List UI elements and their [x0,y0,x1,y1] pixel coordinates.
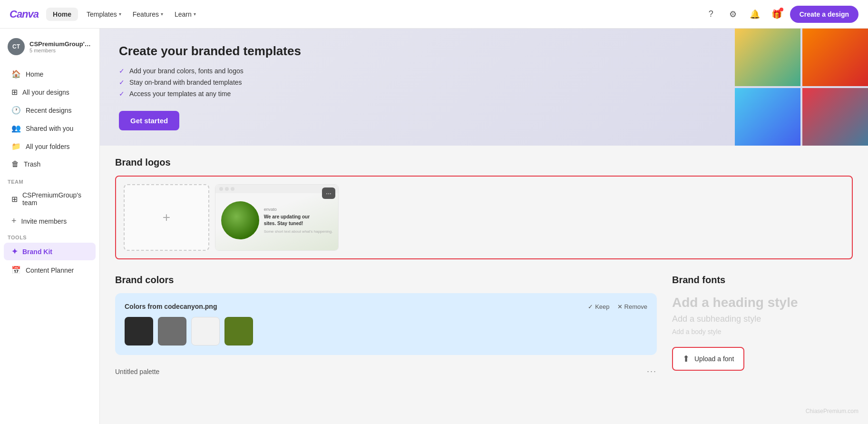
canva-logo[interactable]: Canva [10,8,39,20]
brand-logos-grid: + envato We are updating [115,176,853,259]
sidebar-item-team-group[interactable]: ⊞ CSPremiumGroup's team [4,187,96,211]
browser-topbar [215,185,338,193]
gear-icon: ⚙ [729,9,737,20]
sidebar-item-folders[interactable]: 📁 All your folders [4,138,96,155]
sidebar-item-home[interactable]: 🏠 Home [4,65,96,83]
checkmark-icon: ✓ [588,303,593,310]
hero-image-3 [735,88,800,146]
hero-image-1 [735,29,800,86]
sidebar: CT CSPremiumGroup's t... 5 members 🏠 Hom… [0,29,100,424]
add-logo-plus-icon: + [163,210,170,225]
brand-fonts-column: Brand fonts Add a heading style Add a su… [672,275,853,380]
color-swatch-3[interactable] [191,317,220,345]
notifications-button[interactable]: 🔔 [746,6,763,23]
colors-actions: ✓ Keep ✕ Remove [588,303,647,310]
heading-style-placeholder: Add a heading style [672,295,853,310]
brand-logos-title: Brand logos [115,157,853,168]
user-name: CSPremiumGroup's t... [29,40,92,48]
envato-circle [221,201,259,239]
brand-colors-column: Brand colors Colors from codecanyon.png … [115,275,657,380]
sidebar-nav-section: 🏠 Home ⊞ All your designs 🕐 Recent desig… [0,63,99,175]
user-members: 5 members [29,48,92,53]
user-profile: CT CSPremiumGroup's t... 5 members [0,34,99,63]
brand-kit-icon: ✦ [11,247,18,256]
color-swatches [125,317,647,345]
upload-font-button[interactable]: ⬆ Upload a font [672,347,744,371]
x-icon: ✕ [617,303,623,310]
avatar: CT [8,38,25,55]
logo-preview: envato We are updating our sites. Stay t… [215,185,338,250]
sidebar-item-invite[interactable]: + Invite members [4,212,96,230]
tab-dot-2 [225,187,229,191]
settings-button[interactable]: ⚙ [724,6,741,23]
trash-icon: 🗑 [11,160,19,168]
main-panel: Brand logos + e [100,146,868,392]
bell-icon: 🔔 [750,9,760,20]
check-icon-1: ✓ [119,67,125,75]
question-icon: ? [709,9,713,19]
brand-logo-item: envato We are updating our sites. Stay t… [215,184,339,251]
team-section-label: Team [0,175,99,187]
calendar-icon: 📅 [11,266,21,275]
sidebar-item-recent[interactable]: 🕐 Recent designs [4,101,96,119]
features-nav-button[interactable]: Features ▾ [127,8,169,21]
sidebar-item-content-planner[interactable]: 📅 Content Planner [4,261,96,279]
subheading-style-placeholder: Add a subheading style [672,314,853,324]
topnav: Canva Home Templates ▾ Features ▾ Learn … [0,0,868,29]
help-button[interactable]: ? [702,6,720,23]
features-chevron-icon: ▾ [161,11,163,17]
create-design-button[interactable]: Create a design [790,6,858,23]
gift-button[interactable]: 🎁 [768,6,785,23]
untitled-palette-row: Untitled palette ··· [115,363,657,380]
shared-icon: 👥 [11,124,21,133]
hero-image-4 [802,88,868,146]
check-icon-2: ✓ [119,79,125,86]
templates-chevron-icon: ▾ [119,11,121,17]
learn-chevron-icon: ▾ [194,11,196,17]
palette-name-label: Untitled palette [115,368,159,375]
main-layout: CT CSPremiumGroup's t... 5 members 🏠 Hom… [0,29,868,424]
tab-dot-3 [231,187,234,191]
hero-images [735,29,868,146]
body-style-placeholder: Add a body style [672,328,853,335]
color-swatch-4[interactable] [224,317,253,345]
tab-dot-1 [219,187,223,191]
hero-banner: Create your branded templates ✓ Add your… [100,29,868,146]
brand-colors-title: Brand colors [115,275,657,286]
get-started-button[interactable]: Get started [119,111,179,130]
templates-nav-button[interactable]: Templates ▾ [81,8,127,21]
home-icon: 🏠 [11,69,21,79]
learn-nav-button[interactable]: Learn ▾ [169,8,202,21]
brand-fonts-title: Brand fonts [672,275,853,286]
team-grid-icon: ⊞ [11,195,18,204]
colors-from-label: Colors from codecanyon.png [125,303,217,310]
user-info: CSPremiumGroup's t... 5 members [29,40,92,53]
notification-dot [780,8,783,11]
sidebar-item-brand-kit[interactable]: ✦ Brand Kit [4,243,96,260]
palette-more-button[interactable]: ··· [647,366,657,376]
plus-icon: + [11,216,17,226]
topnav-icons: ? ⚙ 🔔 🎁 Create a design [702,6,858,23]
clock-icon: 🕐 [11,106,21,115]
sidebar-item-shared[interactable]: 👥 Shared with you [4,119,96,137]
home-nav-button[interactable]: Home [46,8,78,21]
main-content: Create your branded templates ✓ Add your… [100,29,868,424]
color-swatch-1[interactable] [125,317,153,345]
color-swatch-2[interactable] [158,317,186,345]
sidebar-item-all-designs[interactable]: ⊞ All your designs [4,83,96,101]
brand-colors-card: Colors from codecanyon.png ✓ Keep ✕ Remo… [115,293,657,355]
upload-icon: ⬆ [683,354,690,364]
tools-section-label: Tools [0,231,99,242]
envato-text: envato We are updating our sites. Stay t… [264,207,333,235]
sidebar-item-trash[interactable]: 🗑 Trash [4,156,96,173]
remove-button[interactable]: ✕ Remove [617,303,647,310]
check-icon-3: ✓ [119,90,125,98]
colors-header: Colors from codecanyon.png ✓ Keep ✕ Remo… [125,303,647,310]
grid-icon: ⊞ [11,88,18,97]
add-logo-button[interactable]: + [124,184,209,251]
two-col-section: Brand colors Colors from codecanyon.png … [115,275,853,380]
folder-icon: 📁 [11,142,21,151]
hero-image-2 [802,29,868,86]
keep-button[interactable]: ✓ Keep [588,303,609,310]
logo-toolbar-button[interactable]: ··· [322,187,335,199]
